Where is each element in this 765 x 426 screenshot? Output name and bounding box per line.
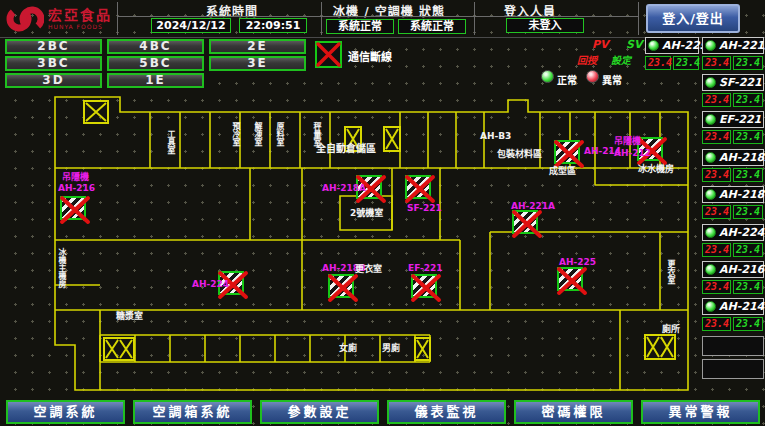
alarm-marker-sf-221[interactable] (405, 175, 431, 199)
room-label-packing-material: 包裝材料區 (497, 149, 542, 159)
status-led-icon (705, 189, 716, 200)
shaft-icon (383, 126, 401, 152)
room-label-forming: 成型區 (549, 166, 576, 176)
room-label-toilet: 廁所 (662, 324, 680, 334)
plan-label-ah-221a: AH-221A (511, 201, 555, 211)
unit-ah-224[interactable]: AH-224 (702, 224, 764, 241)
nav-button-password-permission[interactable]: 密碼權限 (514, 400, 633, 424)
header-divider (474, 2, 475, 35)
login-status-value: 未登入 (506, 18, 584, 33)
unit-ah-214-values: 23.423.4 (702, 317, 763, 331)
sv-value: 23.4 (733, 56, 763, 70)
header-divider (117, 2, 118, 35)
plan-label-ceiling-unit: 吊隱機 (62, 172, 89, 182)
unit-sf-221[interactable]: SF-221 (702, 74, 764, 91)
nav-button-ahu-system[interactable]: 空調箱系統 (133, 400, 252, 424)
room-label-chiller-main-room: 冰機主機房 (57, 248, 65, 288)
unit-ah-218a-values: 23.423.4 (702, 168, 763, 182)
unit-label: AH-218B (719, 188, 765, 201)
login-logout-button[interactable]: 登入/登出 (646, 4, 740, 33)
status-led-icon (705, 227, 716, 238)
floor-button-4bc[interactable]: 4BC (107, 39, 204, 54)
sv-value: 23.4 (733, 280, 763, 294)
alarm-marker-ah-225[interactable] (557, 267, 583, 291)
system-date-value: 2024/12/12 (151, 18, 231, 33)
unit-ah-221a[interactable]: AH-221A (702, 37, 764, 54)
unit-ah-216-values: 23.423.4 (702, 280, 763, 294)
unit-label: EF-221 (719, 113, 761, 126)
floor-button-5bc[interactable]: 5BC (107, 56, 204, 71)
stairs-icon (83, 100, 109, 124)
room-label-chilled-water: 冰水機房 (638, 164, 674, 174)
unit-ah-221a-values: 23.423.4 (702, 56, 763, 70)
floor-button-2e[interactable]: 2E (209, 39, 306, 54)
unit-ah-218b-values: 23.423.4 (702, 205, 763, 219)
room-label-changing-room: 更衣室 (355, 264, 382, 274)
logo: 宏亞食品 HUNYA FOODS (6, 4, 112, 34)
alarm-marker-ah-221a[interactable] (512, 210, 538, 234)
room-label-weighing: 秤量室 (312, 122, 320, 146)
status-led-icon (648, 40, 659, 51)
stairs-icon (103, 337, 135, 361)
nav-button-abnormal-alarm[interactable]: 異常警報 (641, 400, 760, 424)
room-label-auto-storage: 全自動倉儲區 (316, 144, 376, 154)
sv-legend: SV (626, 38, 642, 51)
sv-value: 23.4 (733, 243, 763, 257)
alarm-marker-ah-218b[interactable] (328, 274, 354, 298)
normal-led-icon (541, 70, 554, 83)
nav-button-parameter-setting[interactable]: 參數設定 (260, 400, 379, 424)
unit-ah-218a[interactable]: AH-218A (702, 149, 764, 166)
floor-button-1e[interactable]: 1E (107, 73, 204, 88)
plan-label-ah-212: AH-212 (614, 148, 651, 158)
sv-value: 23.4 (673, 56, 699, 70)
comm-loss-icon (315, 41, 342, 68)
pv-value: 23.4 (702, 56, 731, 70)
nav-button-instrument-monitor[interactable]: 儀表監視 (387, 400, 506, 424)
plan-label-ceiling-unit: 吊隱機 (614, 136, 641, 146)
pv-value: 23.4 (702, 168, 731, 182)
room-label-no2-machine-room: 2號機室 (350, 208, 383, 218)
empty-unit-slot (702, 336, 764, 356)
room-label-raw-material: 原料室 (275, 122, 283, 146)
sv-value: 23.4 (733, 130, 763, 144)
floor-button-3d[interactable]: 3D (5, 73, 102, 88)
floor-button-3bc[interactable]: 3BC (5, 56, 102, 71)
plan-label-ah-216: AH-216 (58, 183, 95, 193)
sv-value: 23.4 (733, 317, 763, 331)
header-bar: 宏亞食品 HUNYA FOODS 系統時間 2024/12/12 22:09:5… (0, 0, 765, 38)
pv-value: 23.4 (702, 130, 731, 144)
alarm-marker-ef-221[interactable] (411, 274, 437, 298)
unit-ah-216[interactable]: AH-216 (702, 261, 764, 278)
unit-ef-221[interactable]: EF-221 (702, 111, 764, 128)
pv-cn-legend: 回授 (577, 52, 597, 67)
room-label-womens-toilet: 女廁 (339, 343, 357, 353)
header-underline (475, 16, 638, 17)
unit-ah-214[interactable]: AH-214 (702, 298, 764, 315)
status-led-icon (705, 40, 716, 51)
unit-ah-225-values: 23.4 23.4 (645, 56, 699, 70)
unit-label: AH-225 (662, 39, 707, 52)
floor-button-3e[interactable]: 3E (209, 56, 306, 71)
room-label-ah-b3: AH-B3 (480, 131, 511, 141)
unit-label: AH-221A (719, 39, 765, 52)
status-led-icon (705, 114, 716, 125)
pv-value: 23.4 (702, 243, 731, 257)
alarm-marker-ah-216[interactable] (60, 196, 86, 220)
unit-ah-225[interactable]: AH-225 (645, 37, 699, 54)
alarm-marker-ah-214[interactable] (554, 140, 580, 164)
floor-button-2bc[interactable]: 2BC (5, 39, 102, 54)
pv-value: 23.4 (702, 280, 731, 294)
sv-value: 23.4 (733, 205, 763, 219)
unit-label: AH-214 (719, 300, 764, 313)
pv-legend: PV (592, 38, 609, 51)
header-divider (321, 2, 322, 35)
unit-ah-218b[interactable]: AH-218B (702, 186, 764, 203)
unit-label: AH-224 (719, 226, 764, 239)
nav-button-ac-system[interactable]: 空調系統 (6, 400, 125, 424)
room-label-tool-room: 工具室 (166, 130, 174, 154)
pv-value: 23.4 (645, 56, 671, 70)
shaft-icon (414, 337, 431, 361)
sv-value: 23.4 (733, 93, 763, 107)
status-led-icon (705, 264, 716, 275)
sv-cn-legend: 設定 (611, 52, 631, 67)
